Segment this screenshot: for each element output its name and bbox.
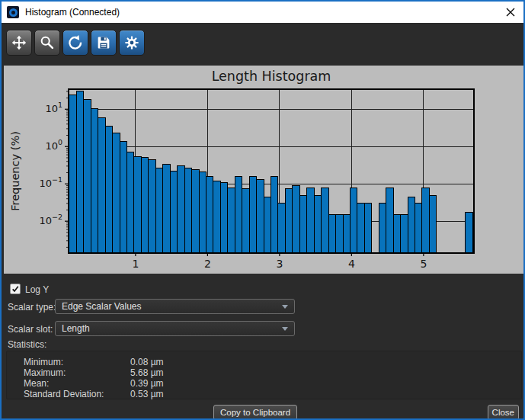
rotate-reset-icon	[67, 34, 84, 51]
save-floppy-icon	[95, 34, 112, 51]
stat-row-maximum: Maximum: 5.68 µm	[7, 367, 523, 378]
stat-row-std-deviation: Standard Deviation: 0.53 µm	[7, 389, 523, 399]
stat-label: Minimum:	[24, 357, 63, 367]
close-button[interactable]: Close	[488, 405, 519, 420]
svg-text:Length Histogram: Length Histogram	[212, 69, 331, 84]
save-button[interactable]	[91, 30, 117, 56]
titlebar[interactable]: Histogram (Connected)	[2, 2, 523, 23]
stat-label: Maximum:	[24, 367, 66, 378]
check-icon	[11, 285, 19, 293]
stat-value: 0.39 µm	[130, 378, 164, 389]
histogram-window: Histogram (Connected)	[0, 0, 525, 420]
scalar-type-value: Edge Scalar Values	[62, 301, 142, 312]
zoom-button[interactable]	[34, 30, 60, 56]
svg-text:1: 1	[132, 258, 139, 270]
stat-value: 5.68 µm	[130, 367, 164, 378]
chevron-down-icon	[282, 305, 288, 309]
stat-row-mean: Mean: 0.39 µm	[7, 378, 523, 389]
histogram-canvas[interactable]: 1234510110010−110−2Length HistogramFrequ…	[4, 66, 524, 274]
settings-button[interactable]	[119, 30, 145, 56]
scalar-slot-select[interactable]: Length	[55, 321, 295, 336]
svg-text:5: 5	[420, 258, 427, 270]
svg-text:3: 3	[276, 258, 283, 270]
pan-arrows-icon	[11, 34, 27, 51]
svg-text:4: 4	[348, 258, 355, 270]
statistics-label: Statistics:	[8, 339, 46, 350]
stat-row-minimum: Minimum: 0.08 µm	[7, 357, 523, 367]
log-y-checkbox[interactable]	[10, 284, 21, 294]
app-logo-icon	[7, 6, 19, 18]
copy-to-clipboard-button[interactable]: Copy to Clipboard	[213, 405, 297, 420]
log-y-label: Log Y	[25, 284, 49, 295]
gear-icon	[123, 34, 140, 51]
pan-button[interactable]	[6, 30, 32, 56]
stat-label: Standard Deviation:	[24, 389, 104, 399]
statistics-panel: Minimum: 0.08 µm Maximum: 5.68 µm Mean: …	[6, 351, 522, 399]
reset-button[interactable]	[62, 30, 88, 56]
svg-text:Frequency (%): Frequency (%)	[9, 131, 21, 211]
plot-toolbar	[2, 23, 523, 66]
window-title: Histogram (Connected)	[25, 7, 120, 18]
stat-value: 0.53 µm	[130, 389, 164, 399]
chevron-down-icon	[282, 327, 288, 331]
stat-value: 0.08 µm	[130, 357, 164, 367]
scalar-type-select[interactable]: Edge Scalar Values	[55, 299, 295, 314]
svg-text:2: 2	[204, 258, 211, 270]
length-histogram-chart: 1234510110010−110−2Length HistogramFrequ…	[4, 66, 524, 274]
scalar-slot-label: Scalar slot:	[8, 324, 53, 335]
magnifier-icon	[39, 34, 56, 51]
scalar-type-label: Scalar type:	[8, 302, 56, 313]
close-icon[interactable]	[504, 6, 517, 18]
scalar-slot-value: Length	[62, 323, 90, 334]
stat-label: Mean:	[24, 378, 49, 389]
